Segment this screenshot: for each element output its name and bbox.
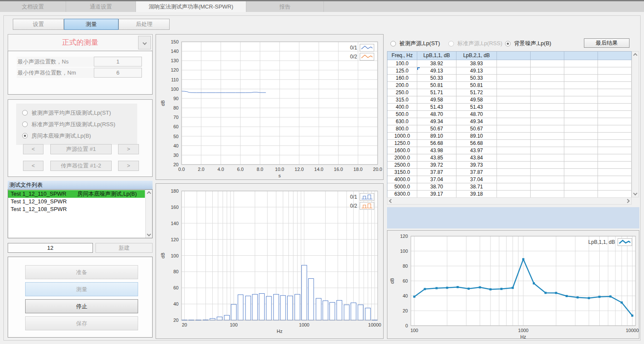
table-row[interactable]: 1000.089.1089.10 [387, 133, 631, 140]
table-row[interactable]: 2500.039.7239.73 [387, 162, 631, 169]
tab-2[interactable]: 通道设置 [66, 1, 136, 12]
sub-tab-3[interactable]: 后处理 [118, 19, 170, 30]
cell: 51.43 [456, 104, 497, 111]
table-row[interactable]: 630.049.3449.34 [387, 118, 631, 125]
next-button[interactable]: > [118, 161, 139, 171]
table-row[interactable]: 1600.043.9843.97 [387, 147, 631, 154]
tab-1[interactable]: 文档设置 [0, 1, 66, 12]
scroll-down-icon[interactable] [633, 191, 638, 196]
sub-tab-1[interactable]: 设置 [13, 19, 64, 30]
ns-input[interactable]: 1 [94, 57, 142, 66]
radio-label: 房间本底噪声测试,Lp(B) [32, 132, 91, 140]
table-row[interactable]: 160.050.3350.33 [387, 75, 631, 82]
list-item[interactable]: Test 1_12_109_SPWR [8, 198, 145, 205]
cell [497, 162, 531, 169]
cell [531, 125, 564, 133]
scroll-up-icon[interactable] [147, 191, 151, 196]
list-scrollbar[interactable] [145, 190, 152, 238]
nm-field-row: 最小传声器位置数，Nm 6 [8, 68, 152, 78]
scroll-down-icon[interactable] [147, 232, 151, 237]
next-button[interactable]: > [118, 144, 139, 154]
cell: 51.71 [417, 89, 456, 96]
list-item[interactable]: Test 1_12_110_SPWR房间本底噪声测试,Lp(B) [8, 190, 145, 198]
cell: 50.81 [417, 82, 456, 89]
radio-label: 被测声源,Lp(ST) [399, 40, 440, 47]
cell [598, 125, 632, 133]
svg-text:100: 100 [171, 253, 179, 258]
table-row[interactable]: 315.049.5849.58 [387, 96, 631, 104]
cell [564, 147, 598, 154]
result-source-radio[interactable]: 标准声源,Lp(RSS) [448, 40, 502, 47]
test-type-option[interactable]: 房间本底噪声测试,Lp(B) [22, 130, 137, 142]
sub-tab-bar: 设置测量后处理 [13, 19, 170, 30]
svg-text:40: 40 [403, 293, 408, 298]
table-row[interactable]: 5000.038.7038.71 [387, 183, 631, 191]
table-row[interactable]: 400.051.4351.43 [387, 104, 631, 111]
scroll-right-icon[interactable] [626, 199, 630, 203]
svg-text:140: 140 [171, 221, 179, 226]
cell [497, 169, 531, 176]
column-header [531, 52, 564, 60]
file-count-button[interactable]: 12 [8, 243, 93, 253]
tab-4[interactable]: 报告 [246, 1, 324, 12]
position-label-button[interactable]: 传声器位置 #1-2 [50, 161, 112, 171]
svg-text:40: 40 [173, 301, 179, 306]
dropdown-button[interactable] [138, 36, 151, 49]
cell [564, 60, 598, 67]
svg-text:80: 80 [173, 105, 179, 110]
legend-entry: 0/1 [350, 44, 374, 52]
legend-label: 0/2 [350, 54, 357, 60]
test-type-option[interactable]: 被测声源平均声压级测试,Lp(ST) [22, 107, 137, 119]
final-result-button[interactable]: 最后结果 [584, 38, 630, 48]
legend-label: 0/1 [350, 45, 357, 51]
radio-checked-icon[interactable] [22, 133, 28, 139]
prev-button[interactable]: < [23, 144, 43, 154]
position-label-button[interactable]: 声源位置 #1 [50, 144, 112, 154]
cell: 5000.0 [387, 183, 417, 191]
table-horizontal-scrollbar[interactable] [387, 197, 632, 205]
table-row[interactable]: 3150.037.8737.87 [387, 169, 631, 176]
action-button-3[interactable]: 停止 [25, 299, 138, 313]
measurement-mode-dropdown[interactable]: 正式的测量 [8, 34, 153, 51]
radio-unchecked-icon[interactable] [390, 41, 396, 46]
nm-input[interactable]: 6 [94, 68, 142, 78]
table-row[interactable]: 125.049.1349.13 [387, 67, 631, 75]
cell: 89.10 [417, 133, 456, 140]
scroll-left-icon[interactable] [389, 199, 393, 203]
scroll-up-icon[interactable] [633, 53, 638, 58]
ns-field-row: 最小声源位置数，Ns 1 [8, 57, 152, 67]
result-source-radio[interactable]: 被测声源,Lp(ST) [390, 40, 440, 47]
table-row[interactable]: 800.050.6750.67 [387, 125, 631, 133]
cell [598, 176, 632, 183]
table-row[interactable]: 4000.037.0437.04 [387, 176, 631, 183]
result-source-radio[interactable]: 背景噪声,Lp(B) [505, 40, 551, 47]
new-file-button[interactable]: 新建 [95, 243, 153, 253]
table-row[interactable]: 6300.039.1739.18 [387, 191, 631, 198]
radio-unchecked-icon[interactable] [22, 121, 28, 127]
cell: 2500.0 [387, 162, 417, 169]
prev-button[interactable]: < [23, 161, 43, 171]
action-button-4[interactable]: 保存 [25, 316, 138, 330]
table-row[interactable]: 500.048.7048.70 [387, 111, 631, 118]
action-button-2[interactable]: 测量 [25, 282, 138, 296]
radio-unchecked-icon[interactable] [22, 110, 28, 116]
sub-tab-2[interactable]: 测量 [64, 19, 118, 30]
cell [598, 183, 632, 191]
cell [497, 75, 531, 82]
cell [497, 125, 531, 133]
tab-3[interactable]: 混响室法测试声功率(MCR-SPWR) [136, 1, 246, 12]
table-row[interactable]: 2000.043.8543.84 [387, 154, 631, 162]
radio-unchecked-icon[interactable] [448, 41, 454, 46]
table-row[interactable]: 250.051.7151.72 [387, 89, 631, 96]
table-row[interactable]: 200.050.8150.81 [387, 82, 631, 89]
action-button-1[interactable]: 准备 [25, 265, 138, 279]
list-item[interactable]: Test 1_12_108_SPWR [8, 205, 145, 213]
test-type-option[interactable]: 标准声源平均声压级测试,Lp(RSS) [22, 119, 137, 130]
radio-checked-icon[interactable] [505, 41, 511, 46]
table-row[interactable]: 1250.056.6856.68 [387, 140, 631, 147]
svg-text:Hz: Hz [277, 329, 282, 334]
table-row[interactable]: 100.038.9238.93 [387, 60, 631, 67]
svg-text:160: 160 [171, 205, 179, 210]
table-vertical-scrollbar[interactable] [632, 51, 639, 197]
legend-label: 0/2 [350, 203, 357, 209]
